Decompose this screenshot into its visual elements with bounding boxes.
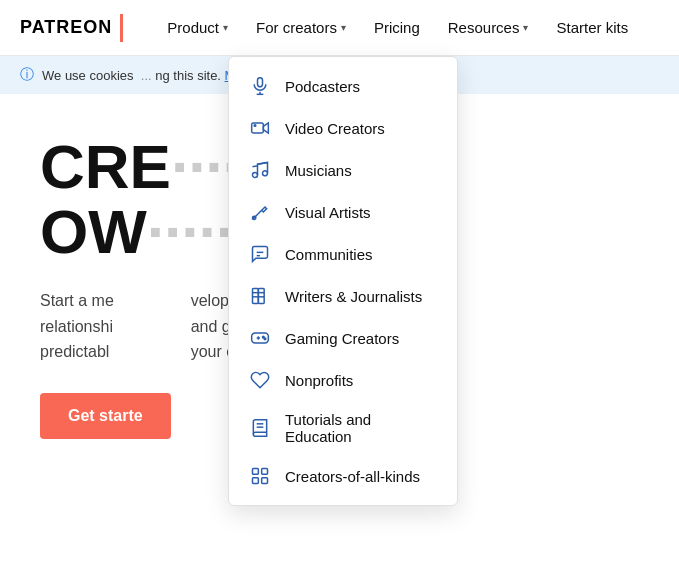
svg-rect-12 xyxy=(253,289,259,304)
dropdown-item-tutorials[interactable]: Tutorials and Education xyxy=(229,401,457,455)
info-icon: ⓘ xyxy=(20,66,34,84)
svg-rect-27 xyxy=(253,478,259,484)
svg-point-5 xyxy=(254,125,256,127)
music-icon xyxy=(249,159,271,181)
mic-icon xyxy=(249,75,271,97)
gamepad-icon xyxy=(249,327,271,349)
svg-rect-25 xyxy=(253,469,259,475)
dropdown-item-podcasters[interactable]: Podcasters xyxy=(229,65,457,107)
dropdown-item-nonprofits[interactable]: Nonprofits xyxy=(229,359,457,401)
chevron-down-icon: ▾ xyxy=(341,22,346,33)
dropdown-item-visual-artists[interactable]: Visual Artists xyxy=(229,191,457,233)
svg-rect-3 xyxy=(252,123,264,133)
dropdown-label: Gaming Creators xyxy=(285,330,399,347)
heart-icon xyxy=(249,369,271,391)
dropdown-item-communities[interactable]: Communities xyxy=(229,233,457,275)
logo-bar xyxy=(120,14,123,42)
dropdown-label: Video Creators xyxy=(285,120,385,137)
dropdown-label: Communities xyxy=(285,246,373,263)
nav-item-starter-kits[interactable]: Starter kits xyxy=(544,11,640,44)
svg-rect-0 xyxy=(258,78,263,87)
nav-item-resources[interactable]: Resources ▾ xyxy=(436,11,541,44)
dropdown-item-writers[interactable]: Writers & Journalists xyxy=(229,275,457,317)
chevron-down-icon: ▾ xyxy=(223,22,228,33)
chevron-down-icon: ▾ xyxy=(523,22,528,33)
dropdown-label: Podcasters xyxy=(285,78,360,95)
svg-point-22 xyxy=(264,338,266,340)
logo-area: PATREON xyxy=(20,14,123,42)
hero-subtitle: Start a merelationshipredictabl xyxy=(40,288,171,365)
pen-icon xyxy=(249,285,271,307)
svg-marker-4 xyxy=(263,123,268,133)
dropdown-item-video-creators[interactable]: Video Creators xyxy=(229,107,457,149)
chat-icon xyxy=(249,243,271,265)
dropdown-label: Visual Artists xyxy=(285,204,371,221)
logo: PATREON xyxy=(20,17,112,38)
dropdown-label: Creators-of-all-kinds xyxy=(285,468,420,485)
dropdown-label: Writers & Journalists xyxy=(285,288,422,305)
grid-icon xyxy=(249,465,271,487)
dropdown-item-creators-all-kinds[interactable]: Creators-of-all-kinds xyxy=(229,455,457,497)
svg-rect-26 xyxy=(262,469,268,475)
svg-point-7 xyxy=(263,171,268,176)
dropdown-label: Nonprofits xyxy=(285,372,353,389)
get-started-button[interactable]: Get starte xyxy=(40,393,171,439)
book-icon xyxy=(249,417,271,439)
navbar: PATREON Product ▾ For creators ▾ Pricing… xyxy=(0,0,679,56)
nav-item-product[interactable]: Product ▾ xyxy=(155,11,240,44)
video-icon xyxy=(249,117,271,139)
svg-point-6 xyxy=(253,173,258,178)
dropdown-item-gaming[interactable]: Gaming Creators xyxy=(229,317,457,359)
dropdown-label: Musicians xyxy=(285,162,352,179)
svg-rect-13 xyxy=(258,289,264,304)
for-creators-dropdown: Podcasters Video Creators Musicians xyxy=(228,56,458,506)
nav-items: Product ▾ For creators ▾ Pricing Resourc… xyxy=(155,11,640,44)
nav-item-for-creators[interactable]: For creators ▾ xyxy=(244,11,358,44)
svg-rect-28 xyxy=(262,478,268,484)
nav-item-pricing[interactable]: Pricing xyxy=(362,11,432,44)
dropdown-label: Tutorials and Education xyxy=(285,411,437,445)
brush-icon xyxy=(249,201,271,223)
dropdown-item-musicians[interactable]: Musicians xyxy=(229,149,457,191)
